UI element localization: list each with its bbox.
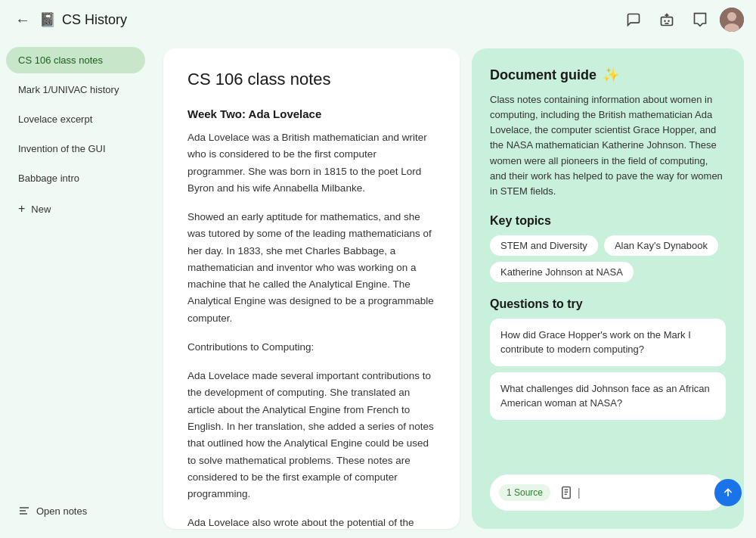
chat-icon-button[interactable] [620, 6, 647, 33]
send-icon [722, 487, 734, 499]
main-layout: CS 106 class notes Mark 1/UNIVAC history… [0, 39, 756, 538]
open-notes-button[interactable]: Open notes [6, 497, 145, 524]
new-label: New [31, 204, 51, 215]
feedback-icon [692, 12, 708, 27]
question-card-2[interactable]: What challenges did Johnson face as an A… [490, 372, 726, 420]
svg-point-4 [727, 12, 736, 21]
guide-title: Document guide [490, 67, 596, 83]
topnav-right [620, 6, 744, 33]
document-icon-button[interactable] [559, 486, 573, 499]
new-note-button[interactable]: + New [6, 194, 145, 223]
bot-icon-button[interactable] [653, 6, 680, 33]
guide-panel: Document guide ✨ Class notes containing … [472, 48, 744, 529]
doc-paragraph-2: Showed an early aptitude for mathematics… [187, 209, 435, 327]
document-panel: CS 106 class notes Week Two: Ada Lovelac… [163, 48, 460, 529]
plus-icon: + [18, 202, 25, 216]
document-icon [559, 486, 573, 499]
sidebar-item-invention[interactable]: Invention of the GUI [6, 135, 145, 162]
notebook-icon: 📓 [39, 11, 56, 28]
top-nav: ← 📓 CS History [0, 0, 756, 39]
avatar[interactable] [720, 8, 744, 32]
svg-point-1 [664, 20, 666, 22]
sidebar-item-cs106[interactable]: CS 106 class notes [6, 47, 145, 73]
content-area: CS 106 class notes Week Two: Ada Lovelac… [151, 39, 756, 538]
chat-icon [626, 12, 641, 27]
avatar-image [720, 8, 744, 32]
svg-point-2 [668, 20, 670, 22]
guide-description: Class notes containing information about… [490, 92, 726, 199]
chat-text-input[interactable] [578, 487, 710, 499]
doc-paragraph-1: Ada Lovelace was a British mathematician… [187, 129, 435, 197]
bot-icon [659, 12, 674, 27]
sparkle-icon: ✨ [603, 67, 619, 83]
sidebar-item-babbage[interactable]: Babbage intro [6, 165, 145, 191]
questions-label: Questions to try [490, 297, 726, 311]
topics-container: STEM and Diversity Alan Kay's Dynabook K… [490, 235, 726, 282]
doc-section-heading: Week Two: Ada Lovelace [187, 107, 435, 120]
key-topics-label: Key topics [490, 214, 726, 228]
topic-chip-stem[interactable]: STEM and Diversity [490, 235, 598, 256]
svg-rect-0 [662, 17, 673, 26]
open-notes-icon [18, 505, 30, 517]
open-notes-label: Open notes [36, 505, 87, 517]
doc-title: CS 106 class notes [187, 70, 435, 89]
back-button[interactable]: ← [12, 8, 33, 32]
app-title: CS History [62, 12, 127, 28]
send-button[interactable] [714, 479, 742, 506]
feedback-icon-button[interactable] [686, 6, 714, 33]
sidebar-item-mark1[interactable]: Mark 1/UNIVAC history [6, 76, 145, 103]
topic-chip-katherine[interactable]: Katherine Johnson at NASA [490, 262, 634, 282]
sidebar: CS 106 class notes Mark 1/UNIVAC history… [0, 39, 151, 538]
doc-paragraph-contributions: Contributions to Computing: [187, 339, 435, 356]
doc-paragraph-3: Ada Lovelace made several important cont… [187, 368, 435, 502]
topic-chip-alan[interactable]: Alan Kay's Dynabook [604, 235, 718, 256]
guide-header: Document guide ✨ [490, 67, 726, 83]
source-badge[interactable]: 1 Source [499, 484, 550, 501]
sidebar-bottom: Open notes [0, 490, 151, 532]
doc-paragraph-4: Ada Lovelace also wrote about the potent… [187, 515, 435, 529]
sidebar-item-lovelace[interactable]: Lovelace excerpt [6, 106, 145, 132]
chat-input-row: 1 Source [490, 474, 726, 511]
topnav-left: ← 📓 CS History [12, 8, 620, 32]
question-card-1[interactable]: How did Grace Hopper's work on the Mark … [490, 319, 726, 366]
